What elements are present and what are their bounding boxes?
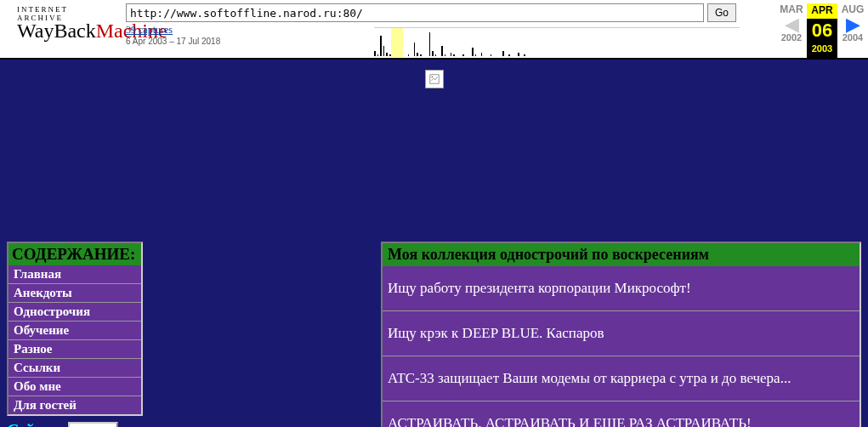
nav-next[interactable]: AUG ▶ 2004	[837, 3, 868, 58]
sparkline-bar	[472, 48, 474, 56]
nav-cur-month: APR	[807, 3, 837, 19]
sparkline-bar	[386, 53, 388, 56]
sparkline-bar	[451, 53, 452, 56]
sparkline-bar	[429, 32, 431, 56]
content: Моя коллекция однострочий по воскресения…	[381, 242, 861, 427]
sparkline-bar	[518, 53, 519, 56]
nav-prev-year: 2002	[776, 31, 807, 43]
logo-text-main: WayBackMachine	[17, 22, 112, 41]
nav-prev[interactable]: MAR ◀ 2002	[776, 3, 807, 58]
sparkline-bar	[481, 53, 483, 56]
nav-next-year: 2004	[837, 31, 868, 43]
sparkline-bar	[414, 43, 416, 56]
sparkline-bar	[508, 54, 510, 56]
sidebar: СОДЕРЖАНИЕ: Главная Анекдоты Однострочия…	[7, 242, 143, 427]
sparkline-bar	[377, 54, 379, 56]
nav-cur-year: 2003	[807, 43, 837, 54]
sparkline-bar	[462, 54, 464, 56]
sparkline-bar	[491, 54, 492, 56]
wayback-date-nav: MAR ◀ 2002 APR 06 2003 AUG ▶ 2004	[776, 0, 868, 58]
sparkline-bar	[432, 51, 434, 56]
sidebar-title: СОДЕРЖАНИЕ:	[9, 243, 141, 265]
nav-current: APR 06 2003	[807, 3, 837, 58]
clock-label: Сейчас:	[7, 421, 63, 427]
captures-link[interactable]: 39 captures	[126, 24, 173, 36]
sparkline-bar	[380, 36, 382, 56]
broken-image-icon	[425, 70, 444, 88]
content-row: АСТРАИВАТЬ. АСТРАИВАТЬ И ЕЩЕ РАЗ АСТРАИВ…	[383, 401, 859, 427]
clock-row: Сейчас: 14:32:36	[7, 421, 143, 427]
sparkline-bar	[524, 54, 525, 56]
arrow-right-icon: ▶	[837, 17, 868, 32]
sparkline-bar	[441, 46, 443, 56]
wayback-center: Go 39 captures 6 Apr 2003 – 17 Jul 2018	[119, 0, 776, 58]
url-input[interactable]	[126, 3, 704, 22]
go-button[interactable]: Go	[707, 3, 736, 22]
content-row: Ищу крэк к DEEP BLUE. Каспаров	[383, 311, 859, 356]
content-row: ATC-33 защищает Ваши модемы от карриера …	[383, 356, 859, 401]
sparkline-bar	[453, 54, 455, 56]
sparkline-bar	[417, 53, 418, 56]
sidebar-item-raznoe[interactable]: Разное	[9, 340, 141, 359]
sparkline-bar	[502, 51, 504, 56]
content-row: Ищу работу президента корпорации Микросо…	[383, 266, 859, 311]
svg-point-0	[431, 77, 433, 78]
sparkline-bar	[374, 51, 376, 56]
sparkline-bar	[420, 54, 422, 56]
sidebar-menu: СОДЕРЖАНИЕ: Главная Анекдоты Однострочия…	[7, 242, 143, 416]
clock-time: 14:32:36	[68, 422, 118, 427]
sidebar-item-dlyagostei[interactable]: Для гостей	[9, 396, 141, 414]
sparkline-current-year-highlight	[391, 28, 403, 57]
arrow-left-icon: ◀	[776, 17, 807, 32]
wayback-toolbar: INTERNET ARCHIVE WayBackMachine Go 39 ca…	[0, 0, 868, 60]
capture-sparkline[interactable]	[374, 27, 740, 56]
sidebar-item-odnostrochia[interactable]: Однострочия	[9, 303, 141, 322]
sparkline-bar	[445, 54, 446, 56]
sidebar-item-home[interactable]: Главная	[9, 265, 141, 284]
content-title: Моя коллекция однострочий по воскресения…	[383, 243, 859, 266]
wayback-logo[interactable]: INTERNET ARCHIVE WayBackMachine	[0, 0, 119, 58]
content-box: Моя коллекция однострочий по воскресения…	[381, 242, 861, 427]
nav-cur-day: 06	[807, 19, 837, 43]
sparkline-bar	[435, 54, 437, 56]
sidebar-item-obomne[interactable]: Обо мне	[9, 378, 141, 396]
sidebar-item-anekdoty[interactable]: Анекдоты	[9, 284, 141, 303]
sidebar-item-ssylki[interactable]: Ссылки	[9, 359, 141, 378]
sparkline-bar	[383, 46, 385, 56]
sparkline-bar	[475, 54, 477, 56]
sparkline-bar	[408, 54, 410, 56]
sidebar-item-obuchenie[interactable]: Обучение	[9, 322, 141, 340]
